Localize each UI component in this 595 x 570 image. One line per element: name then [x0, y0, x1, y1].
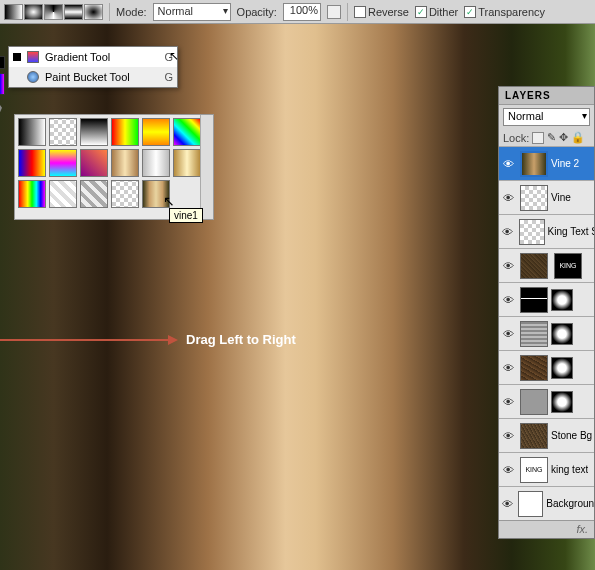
layer-name[interactable]: Background	[546, 498, 594, 509]
gradient-picker: ↖ vine1	[14, 114, 214, 220]
tool-label: Paint Bucket Tool	[45, 71, 130, 83]
gradient-tool-item[interactable]: Gradient Tool G	[9, 47, 177, 67]
annotation-arrow: Drag Left to Right	[0, 332, 296, 347]
layer-row[interactable]: 👁KING	[499, 248, 594, 282]
gradient-tool-icon	[27, 51, 39, 63]
gradient-swatch[interactable]	[173, 149, 201, 177]
layer-thumbnail[interactable]	[520, 287, 548, 313]
dither-checkbox[interactable]: ✓Dither	[415, 6, 458, 18]
visibility-eye-icon[interactable]: 👁	[499, 294, 517, 306]
layer-mask-thumbnail[interactable]	[551, 289, 573, 311]
bullet-icon	[13, 53, 21, 61]
gradient-preview-swatch[interactable]	[0, 73, 5, 95]
layer-row[interactable]: 👁	[499, 316, 594, 350]
gradient-swatch[interactable]	[49, 149, 77, 177]
lock-move-icon[interactable]: ✥	[559, 131, 568, 144]
opacity-input[interactable]: 100%	[283, 3, 321, 21]
layer-row[interactable]: 👁Vine 2	[499, 146, 594, 180]
layer-row[interactable]: 👁	[499, 282, 594, 316]
blend-mode-select[interactable]: Normal	[503, 108, 590, 126]
linear-gradient-icon[interactable]	[4, 4, 23, 20]
gradient-swatch[interactable]	[18, 149, 46, 177]
arrow-icon	[0, 339, 170, 341]
layer-row[interactable]: 👁	[499, 350, 594, 384]
layer-thumbnail[interactable]	[519, 219, 545, 245]
layer-thumbnail[interactable]	[520, 253, 548, 279]
gradient-swatch[interactable]	[111, 180, 139, 208]
visibility-eye-icon[interactable]: 👁	[499, 464, 517, 476]
eyedropper-icon[interactable]	[0, 97, 2, 115]
visibility-eye-icon[interactable]: 👁	[499, 158, 517, 170]
layer-name[interactable]: Stone Bg	[551, 430, 592, 441]
visibility-eye-icon[interactable]: 👁	[499, 192, 517, 204]
layer-name[interactable]: King Text S	[548, 226, 594, 237]
mode-select[interactable]: Normal	[153, 3, 231, 21]
layer-thumbnail[interactable]	[520, 355, 548, 381]
layer-row[interactable]: 👁Background	[499, 486, 594, 520]
layer-row[interactable]: 👁King Text S	[499, 214, 594, 248]
lock-row: Lock: ✎ ✥ 🔒	[499, 129, 594, 146]
annotation-text: Drag Left to Right	[186, 332, 296, 347]
layer-mask-thumbnail[interactable]	[551, 391, 573, 413]
tool-flyout: Gradient Tool G Paint Bucket Tool G ↖	[8, 46, 178, 88]
lock-transparency-icon[interactable]	[532, 132, 544, 144]
layer-row[interactable]: 👁	[499, 384, 594, 418]
gradient-swatch[interactable]	[18, 118, 46, 146]
transparency-checkbox[interactable]: ✓Transparency	[464, 6, 545, 18]
layer-row[interactable]: 👁KINGking text	[499, 452, 594, 486]
gradient-swatch[interactable]	[49, 180, 77, 208]
visibility-eye-icon[interactable]: 👁	[499, 226, 516, 238]
visibility-eye-icon[interactable]: 👁	[499, 430, 517, 442]
gradient-type-buttons	[4, 4, 103, 20]
gradient-swatch[interactable]	[142, 149, 170, 177]
visibility-eye-icon[interactable]: 👁	[499, 362, 517, 374]
gradient-swatch[interactable]	[80, 118, 108, 146]
cursor-icon: ↖	[163, 193, 175, 209]
gradient-swatch[interactable]	[80, 149, 108, 177]
visibility-eye-icon[interactable]: 👁	[499, 396, 517, 408]
opacity-stepper[interactable]	[327, 5, 341, 19]
layer-thumbnail[interactable]	[518, 491, 543, 517]
paint-bucket-tool-item[interactable]: Paint Bucket Tool G	[9, 67, 177, 87]
gradient-swatch[interactable]	[49, 118, 77, 146]
reflected-gradient-icon[interactable]	[64, 4, 83, 20]
layer-row[interactable]: 👁Stone Bg	[499, 418, 594, 452]
angle-gradient-icon[interactable]	[44, 4, 63, 20]
layer-thumbnail[interactable]	[520, 321, 548, 347]
layer-thumbnail[interactable]	[520, 151, 548, 177]
layer-name[interactable]: king text	[551, 464, 588, 475]
gradient-tooltip: vine1	[169, 208, 203, 223]
layer-thumbnail[interactable]	[520, 423, 548, 449]
gradient-swatch[interactable]	[18, 180, 46, 208]
tool-shortcut: G	[164, 71, 173, 83]
layer-thumbnail[interactable]	[520, 185, 548, 211]
visibility-eye-icon[interactable]: 👁	[499, 328, 517, 340]
gradient-swatch[interactable]	[111, 118, 139, 146]
layer-thumbnail[interactable]	[520, 389, 548, 415]
fg-bg-swap[interactable]	[0, 47, 5, 69]
layer-name[interactable]: Vine 2	[551, 158, 579, 169]
opacity-label: Opacity:	[237, 6, 277, 18]
paint-bucket-icon	[27, 71, 39, 83]
layer-mask-thumbnail[interactable]	[551, 323, 573, 345]
reverse-checkbox[interactable]: Reverse	[354, 6, 409, 18]
options-bar: Mode: Normal Opacity: 100% Reverse ✓Dith…	[0, 0, 595, 24]
layers-tab[interactable]: LAYERS	[499, 87, 594, 105]
visibility-eye-icon[interactable]: 👁	[499, 260, 517, 272]
layer-list: 👁Vine 2👁Vine👁King Text S👁KING👁👁👁👁👁Stone …	[499, 146, 594, 520]
lock-brush-icon[interactable]: ✎	[547, 131, 556, 144]
layer-mask-thumbnail[interactable]: KING	[554, 253, 582, 279]
diamond-gradient-icon[interactable]	[84, 4, 103, 20]
gradient-swatch[interactable]	[80, 180, 108, 208]
separator	[109, 3, 110, 21]
layer-row[interactable]: 👁Vine	[499, 180, 594, 214]
layer-name[interactable]: Vine	[551, 192, 571, 203]
layer-thumbnail[interactable]: KING	[520, 457, 548, 483]
lock-all-icon[interactable]: 🔒	[571, 131, 585, 144]
radial-gradient-icon[interactable]	[24, 4, 43, 20]
gradient-swatch[interactable]	[142, 118, 170, 146]
layer-mask-thumbnail[interactable]	[551, 357, 573, 379]
gradient-swatch[interactable]	[111, 149, 139, 177]
visibility-eye-icon[interactable]: 👁	[499, 498, 515, 510]
gradient-swatch[interactable]	[173, 118, 201, 146]
